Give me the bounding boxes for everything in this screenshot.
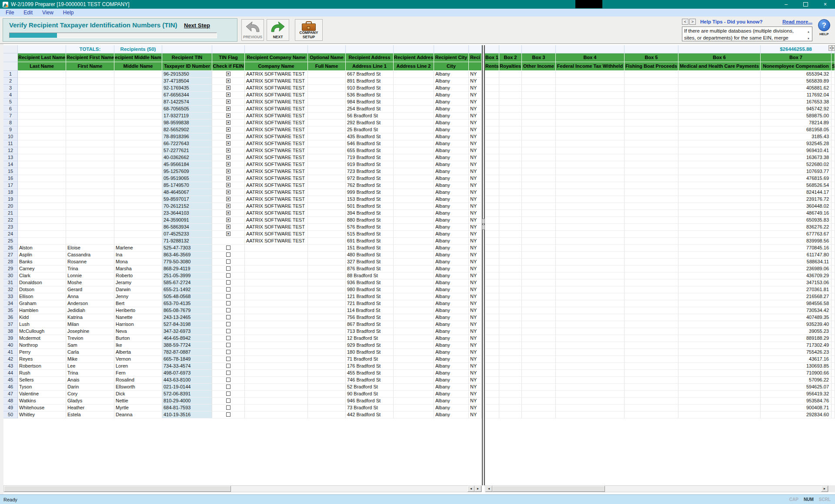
cell[interactable] <box>394 286 434 293</box>
cell[interactable]: McCullough <box>18 328 66 335</box>
cell[interactable] <box>66 113 114 119</box>
row-number[interactable]: 49 <box>3 405 18 411</box>
cell[interactable] <box>499 140 522 147</box>
cell[interactable]: Valentine <box>18 391 66 398</box>
cell[interactable] <box>678 71 761 78</box>
cell[interactable] <box>832 349 835 356</box>
cell[interactable] <box>308 391 346 398</box>
row-number[interactable]: 33 <box>3 293 18 300</box>
cell[interactable] <box>18 161 66 168</box>
cell[interactable]: 719 Bradford St <box>346 154 394 161</box>
previous-button[interactable]: PREVIOUS <box>241 19 264 41</box>
cell[interactable]: Albany <box>434 252 469 259</box>
cell[interactable]: NY <box>469 349 482 356</box>
cell[interactable] <box>832 321 835 328</box>
cell[interactable] <box>499 147 522 154</box>
checkbox-checked-icon[interactable]: × <box>226 211 230 215</box>
cell[interactable]: 464-65-8942 <box>162 335 212 342</box>
cell[interactable] <box>308 196 346 203</box>
cell[interactable]: 501 Bradford St <box>346 203 394 210</box>
cell[interactable]: 653-70-4135 <box>162 300 212 307</box>
cell[interactable] <box>499 300 522 307</box>
cell[interactable] <box>308 342 346 349</box>
cell[interactable] <box>678 259 761 265</box>
cell[interactable] <box>625 342 678 349</box>
cell[interactable] <box>114 133 162 140</box>
cell[interactable] <box>485 217 499 224</box>
cell[interactable]: 865-08-7679 <box>162 307 212 314</box>
column-nav-buttons[interactable]: ◄ ► <box>828 45 835 51</box>
cell[interactable] <box>499 259 522 265</box>
cell[interactable] <box>394 189 434 196</box>
cell[interactable] <box>625 363 678 370</box>
fein-checkbox-cell[interactable] <box>212 265 245 272</box>
cell[interactable]: Albany <box>434 196 469 203</box>
cell[interactable]: 442 Bradford St <box>346 411 394 418</box>
cell[interactable]: 88 Bradford St <box>346 272 394 279</box>
row-number[interactable]: 45 <box>3 377 18 384</box>
cell[interactable]: 70-2612152 <box>162 203 212 210</box>
cell[interactable]: 12 Bradford St <box>346 335 394 342</box>
row-number[interactable]: 10 <box>3 133 18 140</box>
cell[interactable] <box>114 147 162 154</box>
cell[interactable] <box>625 377 678 384</box>
cell[interactable] <box>394 363 434 370</box>
cell[interactable]: NY <box>469 314 482 321</box>
cell[interactable]: Albany <box>434 335 469 342</box>
cell[interactable]: 972 Bradford St <box>346 175 394 182</box>
scroll-left-icon[interactable]: ◄ <box>485 486 492 492</box>
fein-checkbox-cell[interactable] <box>212 279 245 286</box>
cell[interactable] <box>556 71 625 78</box>
cell[interactable] <box>556 140 625 147</box>
cell[interactable]: 90 Bradford St <box>346 391 394 398</box>
cell[interactable] <box>678 203 761 210</box>
cell[interactable] <box>485 182 499 189</box>
cell[interactable]: Jenny <box>114 293 162 300</box>
cell[interactable] <box>556 272 625 279</box>
cell[interactable] <box>394 321 434 328</box>
fein-checkbox-cell[interactable]: × <box>212 71 245 78</box>
cell[interactable] <box>832 182 835 189</box>
cell[interactable] <box>499 224 522 231</box>
cell[interactable] <box>556 203 625 210</box>
maximize-icon[interactable] <box>796 0 815 9</box>
checkbox-checked-icon[interactable]: × <box>226 232 230 236</box>
checkbox-unchecked-icon[interactable] <box>226 252 230 257</box>
cell[interactable] <box>66 119 114 126</box>
fein-checkbox-cell[interactable]: × <box>212 133 245 140</box>
fein-checkbox-cell[interactable] <box>212 335 245 342</box>
cell[interactable] <box>678 196 761 203</box>
cell[interactable]: 236989.06 <box>761 265 832 272</box>
cell[interactable]: Ina <box>114 252 162 259</box>
row-number[interactable]: 36 <box>3 314 18 321</box>
cell[interactable]: 486749.16 <box>761 210 832 217</box>
cell[interactable]: Albany <box>434 272 469 279</box>
cell[interactable]: Asplin <box>18 252 66 259</box>
cell[interactable] <box>394 231 434 238</box>
cell[interactable] <box>625 356 678 363</box>
cell[interactable]: Estela <box>66 411 114 418</box>
cell[interactable] <box>678 175 761 182</box>
cell[interactable]: 388-59-7724 <box>162 342 212 349</box>
cell[interactable]: NY <box>469 119 482 126</box>
cell[interactable]: Tyson <box>18 384 66 391</box>
cell[interactable]: NY <box>469 78 482 85</box>
cell[interactable]: Anais <box>66 377 114 384</box>
cell[interactable]: Sellers <box>18 377 66 384</box>
cell[interactable]: 130693.85 <box>761 363 832 370</box>
cell[interactable] <box>832 259 835 265</box>
tip-scrollbar[interactable]: ▲ ▼ <box>805 27 812 40</box>
cell[interactable] <box>394 168 434 175</box>
cell[interactable] <box>485 161 499 168</box>
cell[interactable] <box>625 119 678 126</box>
row-number[interactable]: 26 <box>3 245 18 252</box>
cell[interactable] <box>556 189 625 196</box>
cell[interactable] <box>245 328 308 335</box>
cell[interactable] <box>556 252 625 259</box>
cell[interactable]: 867 Bradford St <box>346 321 394 328</box>
cell[interactable] <box>556 147 625 154</box>
cell[interactable]: Katrina <box>66 314 114 321</box>
cell[interactable]: 360448.02 <box>761 203 832 210</box>
cell[interactable] <box>556 411 625 418</box>
cell[interactable]: Albany <box>434 133 469 140</box>
